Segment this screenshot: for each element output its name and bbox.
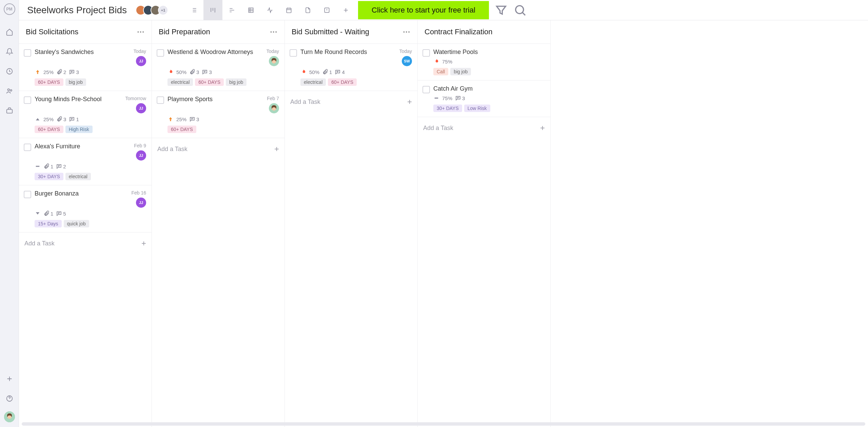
task-card[interactable]: Playmore SportsFeb 725%360+ DAYS: [152, 91, 284, 138]
task-card[interactable]: Watertime Pools75%Callbig job: [418, 43, 550, 80]
plus-icon: +: [274, 144, 279, 154]
plus-icon: +: [540, 123, 545, 133]
task-card[interactable]: Alexa's FurnitureFeb 9JJ1230+ DAYSelectr…: [19, 138, 152, 185]
task-checkbox[interactable]: [290, 49, 297, 57]
priority-icon: [433, 95, 439, 101]
task-tag[interactable]: Low Risk: [464, 105, 490, 112]
add-task-button[interactable]: Add a Task+: [19, 232, 152, 254]
view-tab-list[interactable]: [184, 0, 203, 20]
task-tag[interactable]: 60+ DAYS: [195, 78, 224, 86]
task-progress: 75%: [442, 59, 452, 64]
task-checkbox[interactable]: [422, 49, 430, 57]
svg-rect-5: [249, 8, 253, 12]
briefcase-icon[interactable]: [3, 104, 16, 117]
task-tag[interactable]: big job: [450, 68, 471, 75]
plus-icon[interactable]: [3, 372, 16, 386]
add-task-button[interactable]: Add a Task+: [152, 138, 284, 160]
task-card[interactable]: Turn Me Round RecordsTodaySW50%14electri…: [285, 43, 417, 91]
task-title: Playmore Sports: [167, 96, 213, 103]
app-logo[interactable]: PM: [4, 3, 15, 15]
member-avatar-more[interactable]: +1: [158, 5, 168, 15]
task-checkbox[interactable]: [24, 49, 31, 57]
search-icon[interactable]: [513, 3, 527, 17]
filter-icon[interactable]: [494, 3, 508, 17]
add-task-button[interactable]: Add a Task+: [285, 91, 417, 113]
task-checkbox[interactable]: [422, 86, 430, 93]
task-tag[interactable]: 60+ DAYS: [35, 78, 63, 86]
task-assignee-avatar[interactable]: [269, 56, 279, 66]
view-tab-activity[interactable]: [260, 0, 279, 20]
clock-icon[interactable]: [3, 64, 16, 78]
priority-icon: [167, 69, 174, 75]
view-tab-add[interactable]: [336, 0, 355, 20]
task-card[interactable]: Stanley's SandwichesTodayJJ25%2360+ DAYS…: [19, 43, 152, 91]
task-card[interactable]: Catch Air Gym75%330+ DAYSLow Risk: [418, 80, 550, 117]
column-title: Bid Preparation: [159, 27, 210, 36]
task-card[interactable]: Young Minds Pre-SchoolTomorrowJJ25%3160+…: [19, 91, 152, 138]
task-checkbox[interactable]: [157, 96, 164, 104]
task-checkbox[interactable]: [24, 96, 31, 104]
view-tab-sheet[interactable]: [241, 0, 260, 20]
task-assignee-avatar[interactable]: SW: [402, 56, 412, 66]
column-more-icon[interactable]: ●●●: [403, 30, 411, 34]
task-assignee-avatar[interactable]: JJ: [136, 56, 146, 66]
project-title: Steelworks Project Bids: [27, 5, 127, 16]
bell-icon[interactable]: [3, 45, 16, 58]
task-checkbox[interactable]: [157, 49, 164, 57]
svg-rect-10: [435, 98, 438, 99]
attachments-count: 2: [56, 69, 66, 75]
help-icon[interactable]: [3, 392, 16, 405]
task-tag[interactable]: electrical: [65, 173, 91, 180]
task-tag[interactable]: 60+ DAYS: [167, 126, 196, 133]
task-assignee-avatar[interactable]: JJ: [136, 198, 146, 208]
comments-count: 5: [56, 210, 66, 217]
task-tag[interactable]: 60+ DAYS: [35, 126, 63, 133]
task-tag[interactable]: 60+ DAYS: [328, 78, 357, 86]
task-tag[interactable]: 30+ DAYS: [35, 173, 63, 180]
task-due-date: Tomorrow: [125, 96, 146, 101]
task-checkbox[interactable]: [24, 144, 31, 151]
priority-icon: [35, 210, 41, 217]
member-avatars[interactable]: +1: [136, 5, 168, 15]
view-tab-files[interactable]: [298, 0, 317, 20]
view-tab-risk[interactable]: [317, 0, 336, 20]
add-task-label: Add a Task: [423, 125, 453, 132]
task-tag[interactable]: High Risk: [65, 126, 93, 133]
task-checkbox[interactable]: [24, 191, 31, 198]
column-more-icon[interactable]: ●●●: [270, 30, 278, 34]
svg-point-1: [7, 89, 9, 91]
view-tab-gantt[interactable]: [222, 0, 241, 20]
column-title: Contract Finalization: [425, 27, 493, 36]
home-icon[interactable]: [3, 25, 16, 39]
column-more-icon[interactable]: ●●●: [137, 30, 145, 34]
task-card[interactable]: Westlend & Woodrow AttorneysToday50%33el…: [152, 43, 284, 91]
attachments-count: 1: [322, 69, 332, 75]
task-title: Burger Bonanza: [35, 190, 79, 197]
task-tag[interactable]: electrical: [167, 78, 193, 86]
horizontal-scrollbar[interactable]: [22, 422, 865, 426]
task-tag[interactable]: 30+ DAYS: [433, 105, 462, 112]
task-assignee-avatar[interactable]: JJ: [136, 150, 146, 161]
task-assignee-avatar[interactable]: [269, 103, 279, 113]
task-tag[interactable]: big job: [226, 78, 246, 86]
task-tag[interactable]: Call: [433, 68, 448, 75]
task-title: Catch Air Gym: [433, 85, 473, 92]
task-assignee-avatar[interactable]: JJ: [136, 103, 146, 113]
view-tab-board[interactable]: [203, 0, 222, 20]
attachments-count: 1: [43, 163, 53, 169]
task-tag[interactable]: electrical: [300, 78, 326, 86]
team-icon[interactable]: [3, 84, 16, 98]
task-title: Stanley's Sandwiches: [35, 49, 94, 56]
task-tag[interactable]: quick job: [64, 220, 89, 227]
priority-icon: [300, 69, 307, 75]
task-tag[interactable]: 15+ Days: [35, 220, 62, 227]
user-avatar[interactable]: [4, 411, 15, 422]
view-tab-calendar[interactable]: [279, 0, 298, 20]
task-progress: 75%: [442, 95, 452, 101]
trial-banner[interactable]: Click here to start your free trial: [358, 1, 489, 19]
task-tag[interactable]: big job: [65, 78, 86, 86]
add-task-button[interactable]: Add a Task+: [418, 117, 550, 139]
priority-icon: [35, 69, 41, 75]
task-card[interactable]: Burger BonanzaFeb 16JJ1515+ Daysquick jo…: [19, 185, 152, 232]
attachments-count: 1: [43, 210, 53, 217]
